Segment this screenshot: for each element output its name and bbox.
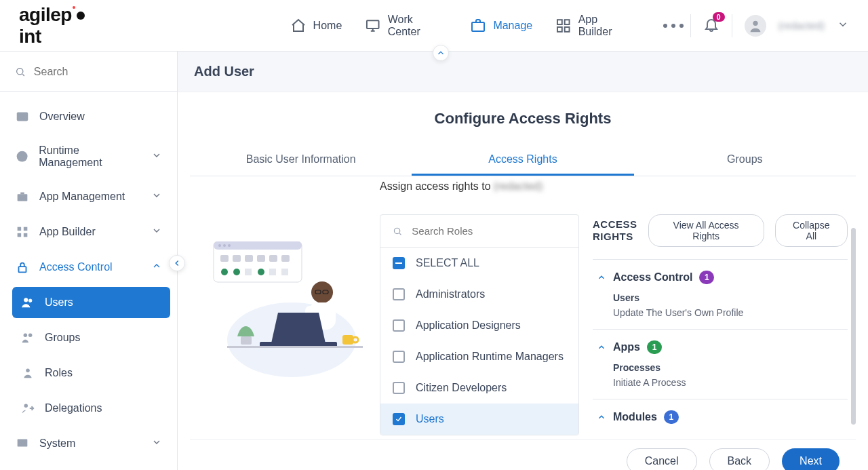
more-dot-icon — [671, 24, 675, 28]
rights-group-toggle[interactable]: Apps 1 — [597, 340, 844, 354]
checkbox-icon — [393, 382, 405, 394]
view-all-rights-button[interactable]: View All Access Rights — [648, 214, 764, 247]
more-dot-icon — [679, 24, 684, 28]
svg-rect-0 — [367, 20, 379, 28]
tab-access-rights[interactable]: Access Rights — [412, 145, 633, 176]
rights-group-count: 1 — [647, 340, 662, 354]
sidebar-search-input[interactable] — [33, 65, 162, 79]
svg-rect-13 — [24, 227, 28, 231]
role-citizen-developers[interactable]: Citizen Developers — [380, 372, 578, 404]
checkbox-icon — [393, 288, 405, 300]
collapse-all-button[interactable]: Collapse All — [775, 214, 848, 247]
chevron-down-icon — [151, 190, 162, 201]
roles-search[interactable] — [380, 215, 578, 248]
chevron-up-icon — [597, 412, 606, 422]
svg-rect-51 — [227, 346, 363, 348]
svg-rect-8 — [17, 113, 28, 121]
svg-rect-11 — [20, 193, 24, 195]
svg-rect-14 — [18, 233, 22, 237]
page-title: Add User — [178, 52, 868, 92]
scrollbar[interactable] — [851, 228, 856, 425]
role-select-all[interactable]: SELECT ALL — [380, 248, 578, 279]
collapse-sidebar-button[interactable] — [169, 255, 185, 271]
rights-group-modules: Modules 1 — [593, 399, 848, 427]
checkbox-checked-icon — [393, 413, 405, 425]
sidebar-item-groups[interactable]: Groups — [12, 322, 170, 353]
roles-search-input[interactable] — [410, 224, 566, 237]
right-item-title: Users — [613, 292, 844, 303]
svg-rect-34 — [269, 255, 277, 262]
nav-manage-label: Manage — [493, 20, 532, 32]
sidebar-item-overview[interactable]: Overview — [7, 101, 170, 132]
sidebar-item-app-management[interactable]: App Management — [7, 181, 170, 212]
sidebar-item-system[interactable]: System — [7, 428, 170, 459]
rights-group-name: Modules — [613, 411, 657, 423]
sidebar-item-roles[interactable]: Roles — [12, 357, 170, 389]
rights-header: ACCESSRIGHTS View All Access Rights Coll… — [593, 214, 848, 247]
role-runtime-managers[interactable]: Application Runtime Managers — [380, 341, 578, 372]
rights-group-toggle[interactable]: Modules 1 — [597, 410, 844, 424]
briefcase-icon — [470, 18, 486, 34]
notification-count-badge: 0 — [713, 12, 725, 22]
svg-point-36 — [221, 269, 228, 275]
tab-basic-info[interactable]: Basic User Information — [190, 145, 412, 176]
nav-app-builder[interactable]: App Builder — [555, 14, 633, 38]
role-label: Administrators — [416, 288, 485, 300]
cancel-button[interactable]: Cancel — [627, 448, 697, 470]
svg-point-27 — [218, 244, 221, 247]
nav-work-center[interactable]: Work Center — [365, 14, 447, 38]
sidebar-search[interactable] — [0, 61, 177, 92]
app-header: agilepint Home Work Center Manage App Bu… — [0, 0, 868, 52]
sidebar-item-app-builder[interactable]: App Builder — [7, 216, 170, 248]
users-icon — [20, 295, 35, 310]
chevron-up-icon — [597, 273, 606, 282]
sidebar-item-users[interactable]: Users — [12, 287, 170, 318]
user-avatar[interactable] — [745, 15, 766, 37]
checkbox-icon — [393, 351, 405, 363]
chevron-left-icon — [172, 258, 182, 268]
panel-body: SELECT ALL Administrators Application De… — [190, 214, 856, 435]
sidebar-item-label: Runtime Management — [39, 144, 142, 169]
tabs: Basic User Information Access Rights Gro… — [190, 145, 856, 176]
user-menu-toggle[interactable] — [837, 18, 849, 33]
role-label: Application Designers — [416, 319, 521, 332]
nav-work-center-label: Work Center — [388, 14, 448, 38]
sidebar-item-label: System — [39, 437, 75, 450]
role-label: Citizen Developers — [416, 382, 507, 394]
chevron-down-icon — [151, 437, 162, 448]
svg-rect-15 — [24, 233, 28, 237]
right-item-desc: Update The User's Own Profile — [613, 307, 844, 318]
rights-group-items: Processes Initiate A Process — [613, 362, 844, 388]
svg-point-18 — [28, 299, 32, 302]
svg-point-9 — [17, 151, 28, 162]
svg-point-17 — [24, 298, 28, 302]
checkbox-indeterminate-icon — [393, 257, 405, 269]
illustration — [190, 214, 380, 435]
sidebar-item-delegations[interactable]: Delegations — [12, 393, 170, 424]
rights-group-name: Access Control — [613, 271, 692, 283]
nav-manage[interactable]: Manage — [470, 18, 532, 34]
sidebar-item-label: App Management — [39, 191, 125, 203]
sidebar-item-label: Access Control — [39, 261, 113, 273]
svg-rect-48 — [241, 336, 252, 345]
sidebar-item-runtime-management[interactable]: Runtime Management — [7, 136, 170, 177]
back-button[interactable]: Back — [709, 448, 770, 470]
svg-point-22 — [24, 404, 28, 408]
search-icon — [15, 66, 26, 78]
role-administrators[interactable]: Administrators — [380, 279, 578, 310]
svg-point-19 — [24, 334, 28, 338]
next-button[interactable]: Next — [782, 448, 840, 470]
role-application-designers[interactable]: Application Designers — [380, 310, 578, 341]
assign-prefix: Assign access rights to — [380, 180, 491, 193]
nav-home[interactable]: Home — [290, 18, 342, 34]
tab-groups[interactable]: Groups — [634, 145, 856, 176]
notifications-button[interactable]: 0 — [703, 16, 719, 35]
nav-more[interactable] — [663, 24, 684, 28]
right-item-desc: Initiate A Process — [613, 377, 844, 388]
sidebar-item-access-control[interactable]: Access Control — [7, 252, 170, 283]
chevron-up-icon — [151, 260, 162, 271]
collapse-header-button[interactable] — [433, 45, 449, 61]
role-users[interactable]: Users — [380, 404, 578, 435]
rights-group-toggle[interactable]: Access Control 1 — [597, 271, 844, 284]
person-laptop-illustration — [207, 241, 363, 377]
